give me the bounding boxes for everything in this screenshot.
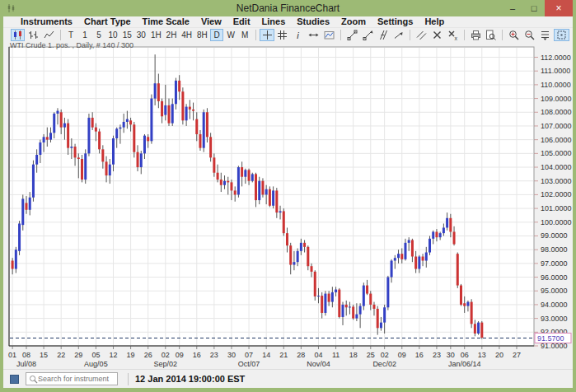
timeframe-5-button[interactable]: 5: [92, 29, 105, 41]
timeframe-8h-button[interactable]: 8H: [195, 29, 210, 41]
crosshair-button[interactable]: [260, 29, 274, 41]
timeframe-monthly-button[interactable]: M: [238, 29, 251, 41]
svg-text:Oct/07: Oct/07: [238, 360, 260, 368]
svg-text:108.0000: 108.0000: [541, 108, 572, 116]
zoom-out-button[interactable]: [522, 29, 537, 41]
svg-text:100.0000: 100.0000: [541, 218, 572, 226]
app-chart-icon: [7, 3, 16, 13]
timeframe-1-button[interactable]: 1: [78, 29, 91, 41]
timeframe-daily-button[interactable]: D: [210, 29, 223, 41]
arrow-line-icon: [393, 30, 404, 40]
svg-text:14: 14: [262, 351, 270, 359]
trend-ray-button[interactable]: [360, 29, 375, 41]
parallel-lines-button[interactable]: [414, 29, 429, 41]
svg-text:16: 16: [415, 351, 424, 359]
menu-instruments[interactable]: Instruments: [15, 16, 78, 27]
status-separator: [128, 373, 129, 385]
search-input[interactable]: [38, 375, 112, 383]
svg-text:x: x: [454, 35, 457, 41]
instrument-search-box[interactable]: [26, 372, 118, 385]
svg-text:19: 19: [127, 351, 135, 359]
menu-time-scale[interactable]: Time Scale: [137, 16, 195, 27]
menu-studies[interactable]: Studies: [291, 16, 335, 27]
price-chart[interactable]: 112.0000111.0000110.0000109.0000108.0000…: [3, 42, 573, 369]
timeframe-10-button[interactable]: 10: [106, 29, 119, 41]
panel-toggle-button[interactable]: [554, 29, 569, 41]
trend-line-button[interactable]: [344, 29, 359, 41]
svg-text:29: 29: [74, 351, 82, 359]
svg-text:Nov/04: Nov/04: [307, 360, 330, 368]
print-button[interactable]: [468, 29, 483, 41]
svg-text:107.0000: 107.0000: [541, 122, 572, 130]
maximize-button[interactable]: □: [523, 0, 545, 16]
title-bar[interactable]: NetDania FinanceChart – □ ×: [3, 0, 573, 16]
menu-bar: InstrumentsChart TypeTime ScaleViewEditL…: [3, 16, 573, 28]
svg-text:16: 16: [193, 351, 201, 359]
menu-zoom[interactable]: Zoom: [335, 16, 372, 27]
toolbar-separator: [255, 30, 256, 40]
toolbar-separator: [340, 30, 341, 40]
svg-text:07: 07: [245, 351, 253, 359]
toolbar-separator: [60, 30, 61, 40]
timeframe-30-button[interactable]: 30: [134, 29, 148, 41]
parallel-channel-button[interactable]: [376, 29, 391, 41]
minimize-button[interactable]: –: [502, 0, 523, 16]
menu-lines[interactable]: Lines: [256, 16, 292, 27]
line-chart-button[interactable]: [41, 29, 56, 41]
svg-text:111.0000: 111.0000: [541, 67, 570, 75]
chart-overview-icon: [324, 30, 335, 40]
zoom-in-button[interactable]: [507, 29, 522, 41]
svg-text:21: 21: [279, 351, 288, 359]
window-title: NetDania FinanceChart: [3, 2, 573, 14]
delete-all-lines-button[interactable]: x: [445, 29, 460, 41]
grid-toggle-button[interactable]: [275, 29, 290, 41]
scroll-horizontal-icon: [308, 30, 319, 40]
svg-text:Jan/06/14: Jan/06/14: [448, 360, 481, 368]
menu-chart-type[interactable]: Chart Type: [78, 16, 137, 27]
timeframe-1h-button[interactable]: 1H: [148, 29, 163, 41]
svg-text:15: 15: [40, 351, 48, 359]
svg-text:98.0000: 98.0000: [541, 245, 568, 254]
info-button[interactable]: i: [291, 29, 306, 41]
svg-text:25: 25: [367, 351, 375, 359]
fit-to-screen-icon: [540, 30, 550, 40]
current-price-label: 91.5700: [535, 333, 571, 343]
arrow-line-button[interactable]: [391, 29, 406, 41]
zoom-in-icon: [508, 30, 519, 40]
candlestick-chart-button[interactable]: [11, 29, 26, 41]
svg-text:104.0000: 104.0000: [541, 163, 572, 171]
fit-to-screen-button[interactable]: [537, 29, 552, 41]
menu-help[interactable]: Help: [419, 16, 450, 27]
svg-text:109.0000: 109.0000: [541, 95, 572, 103]
timeframe-4h-button[interactable]: 4H: [180, 29, 194, 41]
svg-text:103.0000: 103.0000: [541, 177, 572, 185]
info-icon: i: [293, 30, 303, 40]
timeframe-2h-button[interactable]: 2H: [164, 29, 179, 41]
scroll-horizontal-button[interactable]: [307, 29, 321, 41]
bar-chart-button[interactable]: [26, 29, 40, 41]
chart-overview-button[interactable]: [322, 29, 337, 41]
delete-line-button[interactable]: [430, 29, 445, 41]
svg-text:Aug/05: Aug/05: [84, 360, 108, 368]
print-preview-button[interactable]: [484, 29, 499, 41]
menu-settings[interactable]: Settings: [372, 16, 419, 27]
svg-text:112.0000: 112.0000: [541, 54, 571, 62]
timeframe-weekly-button[interactable]: W: [224, 29, 237, 41]
svg-text:11: 11: [332, 351, 340, 359]
menu-edit[interactable]: Edit: [227, 16, 256, 27]
svg-text:23: 23: [210, 351, 218, 359]
status-bar: 12 Jan 2014 19:00:00 EST: [3, 369, 573, 388]
zoom-out-icon: [524, 30, 535, 40]
search-icon: [29, 375, 38, 384]
grid-toggle-icon: [277, 30, 288, 40]
timeframe-tick-button[interactable]: T: [64, 29, 77, 41]
print-preview-icon: [485, 30, 496, 40]
svg-text:99.0000: 99.0000: [541, 231, 568, 240]
svg-text:101.0000: 101.0000: [541, 204, 572, 212]
menu-view[interactable]: View: [195, 16, 227, 27]
svg-text:08: 08: [22, 351, 30, 359]
timeframe-15-button[interactable]: 15: [120, 29, 133, 41]
svg-text:Dec/02: Dec/02: [372, 360, 396, 368]
svg-text:05: 05: [91, 351, 100, 359]
close-button[interactable]: ×: [545, 0, 573, 16]
